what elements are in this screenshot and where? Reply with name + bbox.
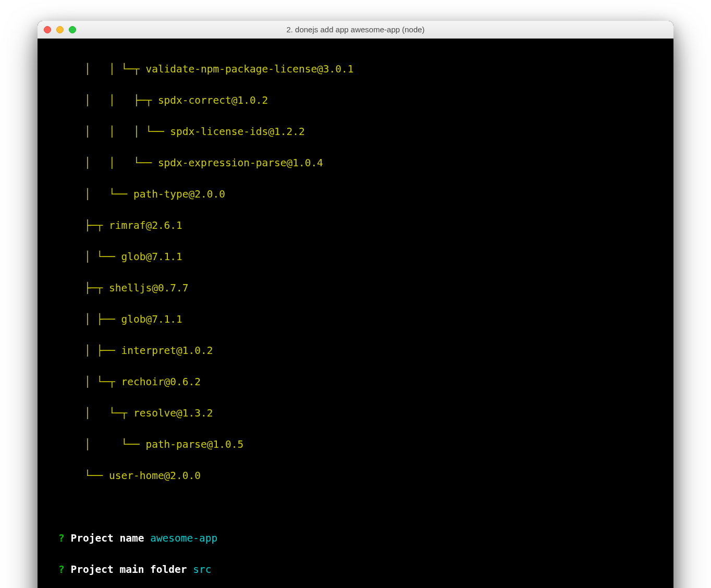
dep-tree-line: │ ├── glob@7.1.1 — [43, 312, 668, 327]
prompt-label: Project name — [71, 532, 144, 544]
dep-tree-line: │ │ └─┬ validate-npm-package-license@3.0… — [43, 62, 668, 77]
prompt-line: ? Project name awesome-app — [43, 531, 668, 546]
prompt-answer: awesome-app — [150, 532, 217, 544]
dep-tree-line: │ ├── interpret@1.0.2 — [43, 343, 668, 359]
prompt-answer: src — [193, 564, 211, 575]
dep-tree-line: ├─┬ shelljs@0.7.7 — [43, 280, 668, 296]
minimize-icon[interactable] — [56, 26, 64, 33]
dep-tree-line: │ │ ├─┬ spdx-correct@1.0.2 — [43, 93, 668, 108]
blank-line — [43, 499, 668, 515]
dep-tree-line: │ │ └── spdx-expression-parse@1.0.4 — [43, 155, 668, 171]
dep-tree-line: │ └── glob@7.1.1 — [43, 249, 668, 265]
terminal-body[interactable]: │ │ └─┬ validate-npm-package-license@3.0… — [38, 39, 673, 588]
window-title: 2. donejs add app awesome-app (node) — [38, 25, 673, 34]
dep-tree-line: │ │ │ └── spdx-license-ids@1.2.2 — [43, 124, 668, 140]
dep-tree-line: └── user-home@2.0.0 — [43, 468, 668, 484]
dep-tree-line: ├─┬ rimraf@2.6.1 — [43, 218, 668, 234]
dep-tree-line: │ └─┬ resolve@1.3.2 — [43, 406, 668, 421]
dep-tree-line: │ └── path-type@2.0.0 — [43, 187, 668, 202]
maximize-icon[interactable] — [69, 26, 76, 33]
prompt-line: ? Project main folder src — [43, 562, 668, 578]
dep-tree-line: │ └── path-parse@1.0.5 — [43, 437, 668, 452]
terminal-window: 2. donejs add app awesome-app (node) │ │… — [38, 21, 673, 588]
dep-tree-line: │ └─┬ rechoir@0.6.2 — [43, 374, 668, 390]
question-icon: ? — [58, 532, 65, 544]
prompt-label: Project main folder — [71, 564, 187, 575]
titlebar[interactable]: 2. donejs add app awesome-app (node) — [38, 21, 673, 39]
traffic-lights — [44, 26, 76, 33]
close-icon[interactable] — [44, 26, 51, 33]
question-icon: ? — [58, 564, 65, 575]
